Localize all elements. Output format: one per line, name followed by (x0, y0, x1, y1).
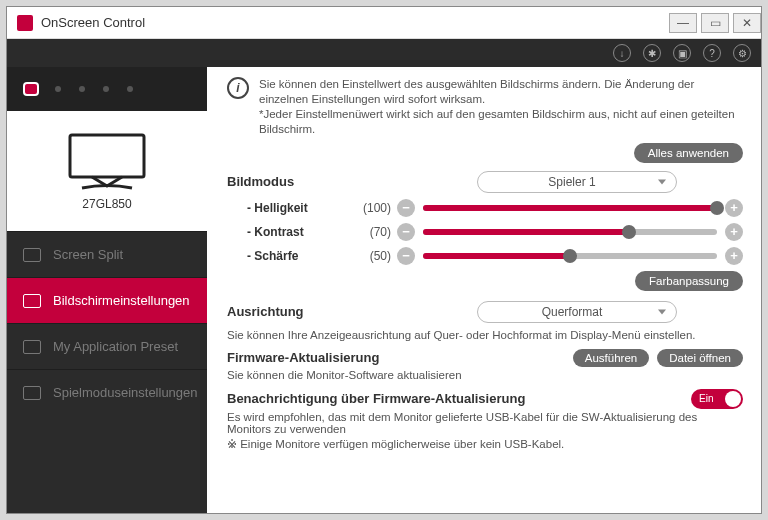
notify-label: Benachrichtigung über Firmware-Aktualisi… (227, 391, 683, 406)
monitor-icon (62, 131, 152, 191)
sidebar-item-app-preset[interactable]: My Application Preset (7, 323, 207, 369)
sharpness-plus-button[interactable]: + (725, 247, 743, 265)
monitor-dot-1[interactable] (25, 84, 37, 94)
window-icon[interactable]: ▣ (673, 44, 691, 62)
brightness-row: - Helligkeit (100) − + (227, 199, 743, 217)
monitor-dot-3[interactable] (79, 86, 85, 92)
orientation-value: Querformat (542, 305, 603, 319)
info-icon: i (227, 77, 249, 99)
app-title: OnScreen Control (41, 15, 665, 30)
top-toolbar: ↓ ✱ ▣ ? ⚙ (7, 39, 761, 67)
content-pane: i Sie können den Einstellwert des ausgew… (207, 67, 761, 513)
display-settings-icon (23, 294, 41, 308)
sidebar-item-label: Bildschirmeinstellungen (53, 293, 190, 308)
brightness-value: (100) (357, 201, 397, 215)
info-text: Sie können den Einstellwert des ausgewäh… (259, 77, 743, 137)
notify-toggle-label: Ein (691, 393, 713, 404)
sidebar-item-screen-split[interactable]: Screen Split (7, 231, 207, 277)
help-icon[interactable]: ? (703, 44, 721, 62)
download-icon[interactable]: ↓ (613, 44, 631, 62)
firmware-desc: Sie können die Monitor-Software aktualis… (227, 369, 743, 381)
screen-split-icon (23, 248, 41, 262)
orientation-label: Ausrichtung (227, 304, 477, 319)
firmware-label: Firmware-Aktualisierung (227, 350, 565, 365)
contrast-row: - Kontrast (70) − + (227, 223, 743, 241)
monitor-dot-5[interactable] (127, 86, 133, 92)
sidebar-item-game-mode[interactable]: Spielmoduseinstellungen (7, 369, 207, 415)
picture-mode-value: Spieler 1 (548, 175, 595, 189)
brightness-plus-button[interactable]: + (725, 199, 743, 217)
game-mode-icon (23, 386, 41, 400)
contrast-minus-button[interactable]: − (397, 223, 415, 241)
pointer-icon[interactable]: ✱ (643, 44, 661, 62)
svg-rect-0 (70, 135, 144, 177)
info-line-1: Sie können den Einstellwert des ausgewäh… (259, 77, 743, 107)
monitor-selector-strip (7, 67, 207, 111)
firmware-open-file-button[interactable]: Datei öffnen (657, 349, 743, 367)
sidebar-item-label: Spielmoduseinstellungen (53, 385, 198, 400)
settings-gear-icon[interactable]: ⚙ (733, 44, 751, 62)
monitor-preview: 27GL850 (7, 111, 207, 231)
sharpness-slider[interactable] (423, 253, 717, 259)
sidebar-item-label: My Application Preset (53, 339, 178, 354)
sharpness-value: (50) (357, 249, 397, 263)
notify-desc-1: Es wird empfohlen, das mit dem Monitor g… (227, 411, 743, 435)
brightness-minus-button[interactable]: − (397, 199, 415, 217)
monitor-dot-2[interactable] (55, 86, 61, 92)
monitor-name: 27GL850 (82, 197, 131, 211)
maximize-button[interactable]: ▭ (701, 13, 729, 33)
titlebar: OnScreen Control — ▭ ✕ (7, 7, 761, 39)
contrast-slider[interactable] (423, 229, 717, 235)
sidebar: 27GL850 Screen Split Bildschirmeinstellu… (7, 67, 207, 513)
notify-desc-2: ※ Einige Monitore verfügen möglicherweis… (227, 437, 743, 451)
apply-all-button[interactable]: Alles anwenden (634, 143, 743, 163)
sharpness-label: - Schärfe (247, 249, 357, 263)
monitor-dot-4[interactable] (103, 86, 109, 92)
brightness-label: - Helligkeit (247, 201, 357, 215)
contrast-value: (70) (357, 225, 397, 239)
minimize-button[interactable]: — (669, 13, 697, 33)
color-adjust-button[interactable]: Farbanpassung (635, 271, 743, 291)
app-preset-icon (23, 340, 41, 354)
picture-mode-dropdown[interactable]: Spieler 1 (477, 171, 677, 193)
app-window: OnScreen Control — ▭ ✕ ↓ ✱ ▣ ? ⚙ (6, 6, 762, 514)
brightness-slider[interactable] (423, 205, 717, 211)
sharpness-minus-button[interactable]: − (397, 247, 415, 265)
close-button[interactable]: ✕ (733, 13, 761, 33)
info-line-2: *Jeder Einstellmenüwert wirkt sich auf d… (259, 107, 743, 137)
sidebar-item-display-settings[interactable]: Bildschirmeinstellungen (7, 277, 207, 323)
contrast-plus-button[interactable]: + (725, 223, 743, 241)
toggle-knob (725, 391, 741, 407)
app-icon (17, 15, 33, 31)
sharpness-row: - Schärfe (50) − + (227, 247, 743, 265)
notify-toggle[interactable]: Ein (691, 389, 743, 409)
sidebar-item-label: Screen Split (53, 247, 123, 262)
orientation-dropdown[interactable]: Querformat (477, 301, 677, 323)
orientation-desc: Sie können Ihre Anzeigeausrichtung auf Q… (227, 329, 743, 341)
contrast-label: - Kontrast (247, 225, 357, 239)
picture-mode-label: Bildmodus (227, 174, 477, 189)
firmware-run-button[interactable]: Ausführen (573, 349, 649, 367)
